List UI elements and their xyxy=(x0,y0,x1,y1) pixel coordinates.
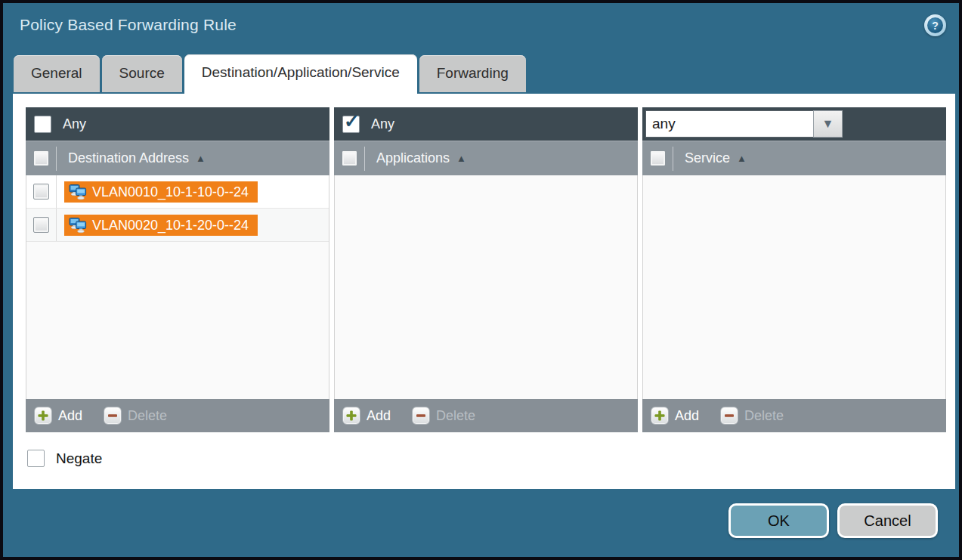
add-button[interactable]: Add xyxy=(34,407,82,425)
applications-header-checkbox-cell xyxy=(334,150,364,166)
panels-container: ✓ Any Destination Address ▲ xyxy=(13,94,955,432)
applications-select-all-checkbox[interactable] xyxy=(342,150,357,166)
destination-toolbar: Add Delete xyxy=(26,399,329,432)
tab-general[interactable]: General xyxy=(14,55,100,92)
applications-toolbar: Add Delete xyxy=(334,399,638,432)
policy-based-forwarding-dialog: Policy Based Forwarding Rule ? General S… xyxy=(0,0,962,560)
destination-column-label: Destination Address xyxy=(57,150,189,166)
destination-any-checkbox[interactable]: ✓ xyxy=(34,116,51,133)
service-toolbar: Add Delete xyxy=(642,399,946,432)
negate-row: ✓ Negate xyxy=(27,450,955,467)
service-list xyxy=(642,175,946,399)
add-label: Add xyxy=(675,408,699,424)
applications-column-header[interactable]: Applications ▲ xyxy=(334,141,638,175)
applications-panel: ✓ Any Applications ▲ xyxy=(334,107,638,432)
cancel-button[interactable]: Cancel xyxy=(837,503,938,538)
service-select-all-checkbox[interactable] xyxy=(650,150,666,166)
minus-icon xyxy=(104,407,122,425)
help-icon: ? xyxy=(927,17,943,33)
row-checkbox-cell xyxy=(26,209,57,241)
sort-asc-icon: ▲ xyxy=(196,153,206,164)
row-checkbox-cell xyxy=(26,175,57,208)
negate-checkbox[interactable]: ✓ xyxy=(27,450,45,467)
service-header-checkbox-cell xyxy=(642,150,673,166)
applications-any-label: Any xyxy=(371,116,394,132)
minus-icon xyxy=(720,407,738,425)
destination-list: VLAN0010_10-1-10-0--24 xyxy=(26,175,329,399)
delete-button[interactable]: Delete xyxy=(412,407,475,425)
delete-label: Delete xyxy=(436,408,475,424)
plus-icon xyxy=(34,407,52,425)
applications-list xyxy=(334,175,638,399)
plus-icon xyxy=(651,407,669,425)
chevron-down-icon: ▼ xyxy=(822,117,834,131)
dialog-title-bar: Policy Based Forwarding Rule xyxy=(3,3,959,39)
tab-content: ✓ Any Destination Address ▲ xyxy=(13,94,955,489)
table-row[interactable]: VLAN0010_10-1-10-0--24 xyxy=(26,175,329,209)
delete-button[interactable]: Delete xyxy=(104,407,167,425)
service-dropdown[interactable]: any ▼ xyxy=(645,110,843,138)
destination-header-checkbox-cell xyxy=(26,150,56,166)
tab-destination-application-service[interactable]: Destination/Application/Service xyxy=(184,54,417,94)
address-object-icon xyxy=(69,217,87,234)
service-column-header[interactable]: Service ▲ xyxy=(642,141,946,175)
service-dropdown-button[interactable]: ▼ xyxy=(813,110,843,138)
service-dropdown-bar: any ▼ xyxy=(642,107,946,141)
dialog-actions: OK Cancel xyxy=(728,503,938,538)
service-panel: any ▼ Service ▲ xyxy=(642,107,946,432)
add-button[interactable]: Add xyxy=(342,407,391,425)
minus-icon xyxy=(412,407,430,425)
destination-any-label: Any xyxy=(63,116,86,132)
applications-any-bar: ✓ Any xyxy=(334,107,638,141)
row-checkbox[interactable] xyxy=(33,217,49,233)
sort-asc-icon: ▲ xyxy=(456,153,466,164)
applications-any-checkbox[interactable]: ✓ xyxy=(342,116,360,133)
check-icon: ✓ xyxy=(344,112,360,131)
applications-column-label: Applications xyxy=(365,150,450,166)
destination-any-bar: ✓ Any xyxy=(26,107,329,141)
row-checkbox[interactable] xyxy=(33,184,49,200)
dialog-title: Policy Based Forwarding Rule xyxy=(20,16,237,33)
service-column-label: Service xyxy=(673,150,730,166)
sort-asc-icon: ▲ xyxy=(737,153,747,164)
address-object-tag[interactable]: VLAN0020_10-1-20-0--24 xyxy=(64,215,258,236)
tab-bar: General Source Destination/Application/S… xyxy=(14,54,526,92)
add-label: Add xyxy=(367,408,391,424)
tab-forwarding[interactable]: Forwarding xyxy=(419,55,526,92)
service-dropdown-value: any xyxy=(645,110,813,138)
add-label: Add xyxy=(58,408,82,424)
delete-label: Delete xyxy=(128,408,167,424)
destination-select-all-checkbox[interactable] xyxy=(33,150,49,166)
tab-source[interactable]: Source xyxy=(102,55,182,92)
add-button[interactable]: Add xyxy=(651,407,699,425)
address-object-label: VLAN0010_10-1-10-0--24 xyxy=(92,184,249,200)
plus-icon xyxy=(342,407,360,425)
ok-button[interactable]: OK xyxy=(728,503,829,538)
negate-label: Negate xyxy=(56,450,102,467)
destination-column-header[interactable]: Destination Address ▲ xyxy=(26,141,329,175)
delete-button[interactable]: Delete xyxy=(720,407,784,425)
address-object-label: VLAN0020_10-1-20-0--24 xyxy=(92,217,249,234)
address-object-icon xyxy=(69,184,87,200)
delete-label: Delete xyxy=(744,408,784,424)
address-object-tag[interactable]: VLAN0010_10-1-10-0--24 xyxy=(64,181,258,203)
destination-address-panel: ✓ Any Destination Address ▲ xyxy=(26,107,329,432)
table-row[interactable]: VLAN0020_10-1-20-0--24 xyxy=(26,209,329,242)
help-button[interactable]: ? xyxy=(924,14,946,36)
